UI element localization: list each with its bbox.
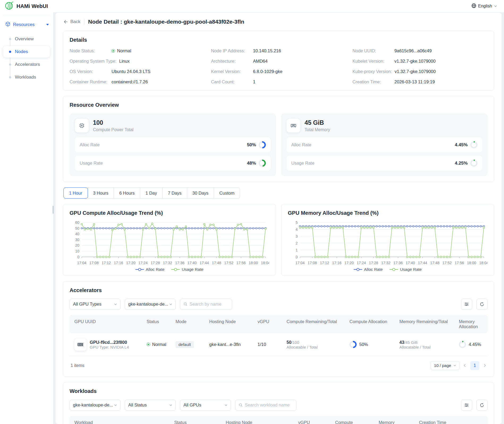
sidebar-collapse-handle[interactable]: [53, 206, 54, 214]
alloc-rate-donut: [470, 141, 477, 148]
memory-allocation-donut: [459, 341, 466, 348]
svg-text:17:56: 17:56: [455, 261, 464, 265]
svg-text:0: 0: [296, 255, 298, 259]
details-grid: Node Status: Normal Node IP Address:10.1…: [70, 48, 488, 84]
legend-item[interactable]: Usage Rate: [171, 267, 203, 272]
node-select[interactable]: gke-kantaloupe-de...: [125, 299, 176, 310]
workload-gpu-select[interactable]: All GPUs: [180, 400, 231, 411]
page-number[interactable]: 1: [470, 361, 479, 370]
status-badge: Normal: [152, 342, 166, 347]
gpu-type-select[interactable]: All GPU Types: [70, 299, 121, 310]
field-os-type: Operating System Type:Linux: [70, 59, 205, 64]
chart-title: GPU Compute Alloc/Usage Trend (%): [70, 210, 269, 216]
workload-node-select[interactable]: gke-kantaloupe-de...: [70, 400, 121, 411]
workloads-card: Workloads gke-kantaloupe-de... All Statu…: [63, 382, 494, 424]
sidebar-submenu: Overview Nodes Accelerators Workloads: [0, 33, 53, 83]
range-7-days[interactable]: 7 Days: [162, 187, 187, 199]
svg-text:40: 40: [75, 232, 79, 236]
accelerator-search: [180, 299, 232, 310]
svg-text:1: 1: [296, 248, 298, 252]
chip-icon: [75, 119, 89, 132]
column-settings-button[interactable]: [461, 400, 472, 411]
compute-stat-card: 100 Compute Power Total Alloc Rate 50% U…: [70, 113, 276, 176]
field-kernel-version: Kernel Version:6.8.0-1029-gke: [211, 69, 346, 74]
bullet-icon: [9, 38, 11, 40]
compute-allocation-donut: [349, 341, 357, 348]
gpu-card-icon: [74, 339, 87, 351]
gpu-memory-trend-chart: 01234517:0417:0817:1217:1617:2017:2417:2…: [288, 220, 488, 267]
next-page-button[interactable]: [483, 364, 486, 367]
accelerators-card: Accelerators All GPU Types gke-kantaloup…: [63, 281, 494, 377]
main-area: Back Node Detail : gke-kantaloupe-demo-g…: [53, 12, 504, 424]
field-card-count: Card Count:1: [211, 79, 346, 84]
table-row[interactable]: GPU-f9cd...23f800 GPU Type: NVIDIA L4 No…: [70, 333, 488, 356]
workload-status-select[interactable]: All Status: [125, 400, 176, 411]
sidebar: Resources Overview Nodes Accelerators Wo…: [0, 12, 53, 424]
column-settings-button[interactable]: [461, 299, 472, 310]
language-label: English: [478, 4, 492, 8]
usage-rate-donut: [470, 160, 477, 167]
sidebar-menu-resources[interactable]: Resources: [0, 19, 53, 32]
page-size-select[interactable]: 10 / page: [431, 361, 459, 370]
hosting-node: gke-kant...e-3fln: [209, 342, 258, 347]
search-input[interactable]: [245, 402, 293, 408]
svg-text:17:36: 17:36: [394, 261, 403, 265]
svg-text:60: 60: [75, 220, 79, 225]
range-3-hours[interactable]: 3 Hours: [88, 187, 114, 199]
chart-title: GPU Memory Alloc/Usage Trend (%): [288, 210, 488, 216]
svg-text:17:24: 17:24: [138, 261, 148, 265]
svg-text:17:32: 17:32: [163, 261, 172, 265]
compute-total-caption: Compute Power Total: [93, 127, 134, 132]
alloc-rate-donut: [259, 141, 266, 148]
svg-text:17:48: 17:48: [212, 261, 221, 265]
svg-text:17:04: 17:04: [77, 261, 86, 265]
range-1-day[interactable]: 1 Day: [140, 187, 163, 199]
details-title: Details: [70, 37, 488, 43]
back-button[interactable]: Back: [63, 19, 80, 24]
memory-stat-card: 45 GiB Total Memory Alloc Rate 4.45% Usa…: [281, 113, 488, 176]
gpu-type: GPU Type: NVIDIA L4: [90, 345, 129, 349]
compute-remaining-total: 50/100 Allocatable / Total: [287, 340, 349, 349]
search-input[interactable]: [190, 302, 229, 307]
range-6-hours[interactable]: 6 Hours: [114, 187, 140, 199]
refresh-button[interactable]: [476, 400, 488, 411]
svg-text:18:04: 18:04: [479, 261, 488, 265]
legend-item[interactable]: Usage Rate: [390, 267, 422, 272]
svg-text:17:20: 17:20: [126, 261, 135, 265]
accelerators-title: Accelerators: [70, 287, 488, 293]
svg-text:17:56: 17:56: [236, 261, 246, 265]
svg-text:17:44: 17:44: [200, 261, 209, 265]
svg-text:17:32: 17:32: [381, 261, 390, 265]
compute-usage-rate-row: Usage Rate 48%: [75, 156, 271, 171]
range-30-days[interactable]: 30 Days: [187, 187, 214, 199]
svg-text:17:48: 17:48: [430, 261, 439, 265]
memory-icon: [287, 119, 300, 132]
language-selector[interactable]: English: [471, 3, 497, 9]
back-arrow-icon: [63, 19, 68, 24]
usage-rate-donut: [259, 160, 266, 167]
svg-text:17:40: 17:40: [406, 261, 415, 265]
memory-remaining-total: 43/45 GiB Allocatable / Total: [399, 340, 459, 349]
svg-text:0: 0: [77, 255, 79, 259]
svg-text:18:00: 18:00: [249, 261, 258, 265]
bullet-icon: [9, 51, 11, 53]
search-icon: [239, 403, 243, 407]
prev-page-button[interactable]: [463, 364, 467, 367]
chevron-down-icon: [114, 303, 117, 306]
brand: HAMi WebUI: [5, 1, 48, 11]
sidebar-item-workloads[interactable]: Workloads: [3, 71, 50, 83]
legend-item[interactable]: Alloc Rate: [135, 267, 165, 272]
sidebar-item-accelerators[interactable]: Accelerators: [3, 59, 50, 70]
hami-logo-icon: [5, 1, 14, 11]
field-node-ip: Node IP Address:10.140.15.216: [211, 48, 346, 53]
refresh-button[interactable]: [476, 299, 488, 310]
range-1-hour[interactable]: 1 Hour: [63, 187, 88, 199]
svg-text:17:28: 17:28: [369, 261, 378, 265]
svg-text:17:36: 17:36: [175, 261, 185, 265]
legend-item[interactable]: Alloc Rate: [354, 267, 383, 272]
range-custom[interactable]: Custom: [214, 187, 240, 199]
svg-text:17:04: 17:04: [295, 261, 305, 265]
sidebar-item-overview[interactable]: Overview: [3, 33, 50, 45]
sidebar-item-nodes[interactable]: Nodes: [3, 46, 50, 58]
bullet-icon: [9, 76, 11, 78]
